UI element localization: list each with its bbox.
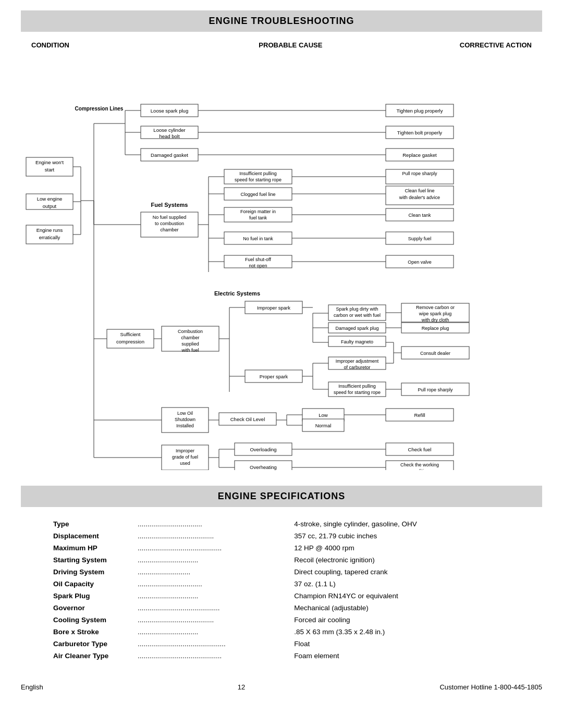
spec-dots: ............................... [138, 626, 291, 637]
svg-text:Proper spark: Proper spark [260, 374, 288, 379]
svg-text:Spark plug dirty with: Spark plug dirty with [336, 306, 378, 312]
spec-row: Starting System ........................… [53, 554, 510, 565]
troubleshooting-header: ENGINE TROUBLESHOOTING [21, 10, 542, 32]
spec-label: Carburetor Type [53, 638, 137, 649]
spec-label: Air Cleaner Type [53, 650, 137, 661]
spec-value: Float [292, 638, 510, 649]
spec-label: Starting System [53, 554, 137, 565]
svg-text:Faulty magneto: Faulty magneto [341, 339, 373, 344]
spec-value: Recoil (electronic ignition) [292, 554, 510, 565]
svg-text:Replace gasket: Replace gasket [402, 152, 437, 158]
svg-text:speed for starting rope: speed for starting rope [334, 390, 381, 395]
svg-text:Improper adjustment: Improper adjustment [336, 359, 379, 364]
spec-label: Bore x Stroke [53, 626, 137, 637]
spec-dots: ............................... [138, 554, 291, 565]
svg-text:with fuel: with fuel [181, 348, 199, 353]
svg-text:output: output [43, 203, 57, 209]
spec-value: .85 X 63 mm (3.35 x 2.48 in.) [292, 626, 510, 637]
svg-text:carbon or wet with fuel: carbon or wet with fuel [334, 313, 381, 318]
col-probable: PROBABLE CAUSE [259, 41, 322, 49]
svg-text:fuel tank: fuel tank [249, 215, 267, 220]
svg-text:Clean fuel line: Clean fuel line [405, 188, 434, 193]
svg-text:Pull rope sharply: Pull rope sharply [402, 171, 437, 176]
spec-value: Champion RN14YC or equivalent [292, 590, 510, 601]
svg-text:Supply fuel: Supply fuel [408, 236, 432, 241]
spec-value: 4-stroke, single cylinder, gasoline, OHV [292, 519, 510, 529]
svg-text:Clean tank: Clean tank [408, 213, 431, 218]
svg-text:Remove carbon or: Remove carbon or [416, 305, 455, 310]
spec-dots: ........................................… [138, 542, 291, 553]
svg-text:start: start [45, 167, 55, 172]
svg-text:Electric Systems: Electric Systems [214, 290, 260, 297]
footer-language: English [21, 683, 43, 691]
svg-text:chamber: chamber [181, 335, 199, 340]
spec-label: Governor [53, 602, 137, 613]
spec-row: Type ................................. 4… [53, 519, 510, 529]
spec-dots: ........................................… [138, 602, 291, 613]
spec-row: Oil Capacity ...........................… [53, 578, 510, 589]
svg-text:speed for starting rope: speed for starting rope [235, 177, 282, 182]
spec-value: Mechanical (adjustable) [292, 602, 510, 613]
spec-row: Cooling System .........................… [53, 614, 510, 625]
svg-text:Tighten bolt properly: Tighten bolt properly [397, 130, 443, 135]
spec-row: Spark Plug .............................… [53, 590, 510, 601]
svg-text:Shutdown: Shutdown [175, 417, 195, 422]
spec-row: Driving System .........................… [53, 566, 510, 577]
svg-text:Improper spark: Improper spark [257, 305, 290, 311]
spec-label: Displacement [53, 530, 137, 541]
spec-dots: ........................... [138, 566, 291, 577]
footer-hotline: Customer Hotline 1-800-445-1805 [439, 683, 542, 691]
spec-value: Direct coupling, tapered crank [292, 566, 510, 577]
page-footer: English 12 Customer Hotline 1-800-445-18… [21, 683, 542, 691]
spec-row: Maximum HP .............................… [53, 542, 510, 553]
svg-text:Sufficient: Sufficient [120, 331, 141, 337]
spec-value: Foam element [292, 650, 510, 661]
svg-text:Clogged fuel line: Clogged fuel line [240, 192, 275, 197]
svg-text:Loose spark plug: Loose spark plug [151, 108, 188, 114]
specs-table: Type ................................. 4… [21, 512, 542, 668]
svg-text:Normal: Normal [315, 423, 332, 428]
spec-label: Oil Capacity [53, 578, 137, 589]
specs-header: ENGINE SPECIFICATIONS [21, 486, 542, 507]
spec-value: 12 HP @ 4000 rpm [292, 542, 510, 553]
svg-text:Combustion: Combustion [178, 329, 203, 334]
svg-text:Replace plug: Replace plug [422, 326, 449, 331]
svg-text:head bolt: head bolt [159, 133, 179, 139]
svg-text:wipe spark plug: wipe spark plug [419, 311, 452, 316]
spec-label: Maximum HP [53, 542, 137, 553]
svg-text:Damaged gasket: Damaged gasket [151, 152, 188, 158]
svg-text:Insufficient pulling: Insufficient pulling [338, 384, 375, 389]
spec-row: Governor ...............................… [53, 602, 510, 613]
spec-label: Spark Plug [53, 590, 137, 601]
svg-text:Engine runs: Engine runs [36, 227, 63, 233]
svg-text:Loose cylinder: Loose cylinder [153, 127, 185, 133]
svg-text:Open valve: Open valve [408, 260, 432, 265]
spec-label: Driving System [53, 566, 137, 577]
svg-text:Foreign matter in: Foreign matter in [240, 209, 276, 214]
spec-dots: ........................................… [138, 638, 291, 649]
svg-text:with dealer's advice: with dealer's advice [399, 195, 440, 200]
svg-text:Improper: Improper [176, 448, 194, 453]
svg-text:Insufficient pulling: Insufficient pulling [239, 171, 276, 176]
svg-text:Check the working: Check the working [400, 462, 439, 467]
svg-text:Low Oil: Low Oil [177, 411, 193, 416]
svg-text:Fuel Systems: Fuel Systems [151, 202, 188, 208]
svg-text:Check fuel: Check fuel [408, 447, 432, 452]
svg-text:with dry cloth: with dry cloth [421, 317, 449, 323]
svg-text:Check Oil Level: Check Oil Level [230, 416, 265, 422]
spec-dots: ............................... [138, 590, 291, 601]
col-corrective: CORRECTIVE ACTION [460, 41, 532, 49]
spec-label: Cooling System [53, 614, 137, 625]
svg-text:erratically: erratically [39, 235, 60, 240]
spec-row: Displacement ...........................… [53, 530, 510, 541]
spec-dots: ....................................... [138, 614, 291, 625]
svg-text:of carburetor: of carburetor [344, 365, 370, 370]
spec-row: Air Cleaner Type .......................… [53, 650, 510, 661]
troubleshooting-diagram: Engine won't start Low engine output Eng… [21, 53, 542, 480]
spec-dots: ....................................... [138, 530, 291, 541]
svg-text:Overloading: Overloading [250, 447, 276, 452]
svg-text:Pull rope sharply: Pull rope sharply [418, 387, 453, 392]
spec-value: 37 oz. (1.1 L) [292, 578, 510, 589]
col-condition: CONDITION [31, 41, 69, 49]
diagram-svg: Engine won't start Low engine output Eng… [21, 53, 542, 470]
